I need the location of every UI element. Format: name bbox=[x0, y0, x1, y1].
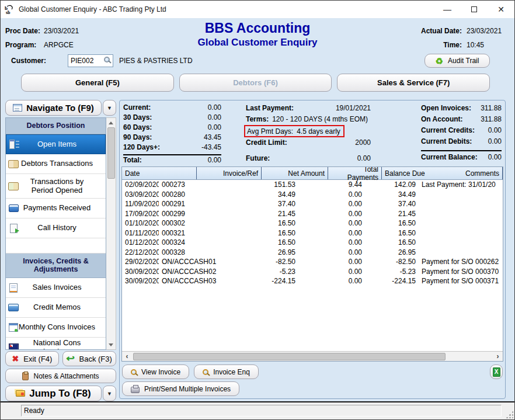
table-row[interactable]: 01/12/2020 000324 16.50 0.00 16.50 bbox=[122, 238, 503, 248]
column-header[interactable]: Net Amount bbox=[262, 167, 328, 179]
call-history-icon bbox=[8, 223, 19, 234]
table-row[interactable]: 03/09/2020 000280 34.49 0.00 34.49 bbox=[122, 190, 503, 200]
exit-button[interactable]: ✖ Exit (F4) bbox=[5, 351, 59, 366]
payments-icon bbox=[8, 203, 19, 214]
audit-trail-button[interactable]: ♻ Audit Trail bbox=[424, 54, 490, 68]
table-row[interactable]: 11/09/2020 000291 37.40 0.00 37.40 bbox=[122, 199, 503, 209]
sidebar-item[interactable]: Debtors Position bbox=[6, 118, 106, 134]
customer-label: Customer: bbox=[11, 57, 68, 65]
sidebar-item[interactable]: Transactions by Period Opened bbox=[6, 174, 106, 199]
actual-date-label: Actual Date: bbox=[421, 27, 462, 35]
column-header[interactable]: Date bbox=[122, 167, 197, 179]
column-header[interactable]: Comments bbox=[462, 167, 503, 179]
sidebar-item[interactable]: National Cons Invoices bbox=[6, 338, 106, 350]
horizontal-scrollbar[interactable]: ‹ › bbox=[122, 351, 503, 361]
search-icon[interactable] bbox=[104, 57, 110, 63]
main-panel: Current: 0.00 30 Days: 0.00 60 Days: 0.0… bbox=[119, 100, 506, 399]
svg-text:sb: sb bbox=[6, 10, 11, 15]
close-button[interactable]: ✕ bbox=[488, 1, 514, 18]
audit-trail-label: Audit Trail bbox=[448, 57, 479, 65]
view-invoice-button[interactable]: View Invoice bbox=[122, 365, 189, 379]
excel-export-button[interactable]: X bbox=[490, 365, 503, 379]
aging-row: 60 Days: 0.00 bbox=[123, 123, 221, 133]
tab-button[interactable]: Debtors (F6) bbox=[179, 74, 332, 92]
table-row[interactable]: 01/10/2020 000302 16.50 0.00 16.50 bbox=[122, 218, 503, 228]
jump-dropdown-button[interactable]: ▼ bbox=[103, 386, 116, 401]
table-row[interactable]: 29/02/2020 ON/ACCCASH01 -82.50 0.00 -82.… bbox=[122, 257, 503, 267]
open-items-table: Date Invoice/Ref Net Amount Total Paymen… bbox=[121, 166, 503, 362]
aging-row: 30 Days: 0.00 bbox=[123, 113, 221, 123]
print-send-button[interactable]: Print/Send Multiple Invoices bbox=[122, 381, 239, 396]
customer-name: PIES & PASTRIES LTD bbox=[119, 57, 193, 65]
status-text: Ready bbox=[21, 405, 502, 416]
avg-pmt-days-highlight: Avg Pmt Days: 4.5 days early bbox=[244, 125, 345, 137]
sidebar-item[interactable]: Call History bbox=[6, 218, 106, 238]
aging-total-row: Total: 0.00 bbox=[123, 154, 221, 164]
column-header[interactable]: Total Payments bbox=[328, 167, 382, 179]
table-row[interactable]: 30/09/2020 ON/ACCCASH03 -224.15 0.00 -22… bbox=[122, 276, 503, 286]
printer-icon bbox=[131, 387, 140, 393]
sidebar-item[interactable]: Sales Invoices bbox=[6, 278, 106, 298]
header: Proc Date: 23/03/2021 Program: ARPGCE BB… bbox=[1, 18, 514, 71]
maximize-button[interactable] bbox=[461, 1, 488, 18]
scrollbar-thumb[interactable] bbox=[107, 127, 115, 179]
aging-row: Current: 0.00 bbox=[123, 103, 221, 113]
scroll-right-icon[interactable]: › bbox=[493, 352, 503, 361]
current-balance-row: Current Balance: 0.00 bbox=[421, 150, 502, 161]
last-payment-row: Last Payment: 19/01/2021 bbox=[246, 103, 396, 114]
sidebar-item[interactable]: Open Items bbox=[6, 134, 106, 154]
form-icon bbox=[13, 104, 22, 112]
sidebar-item[interactable]: Monthly Cons Invoices bbox=[6, 318, 106, 338]
scroll-left-icon[interactable]: ‹ bbox=[122, 352, 132, 361]
folder-icon bbox=[16, 390, 25, 397]
sidebar-item[interactable]: Credit Memos bbox=[6, 298, 106, 318]
sidebar-item[interactable] bbox=[6, 238, 106, 254]
navigate-to-label: Navigate To (F9) bbox=[26, 103, 94, 113]
balance-row: On Account: 311.88 bbox=[421, 114, 502, 125]
table-row[interactable]: 02/09/2020 000273 151.53 9.44 142.09 Las… bbox=[122, 180, 503, 190]
sidebar-item[interactable]: Invoices, Credits & Adjustments bbox=[6, 254, 106, 278]
hscrollbar-thumb[interactable] bbox=[133, 353, 446, 360]
scroll-down-icon[interactable] bbox=[107, 340, 116, 349]
back-button[interactable]: ↩ Back (F3) bbox=[62, 351, 116, 366]
exit-x-icon: ✖ bbox=[12, 355, 19, 363]
balance-row: Open Invoices: 311.88 bbox=[421, 103, 502, 114]
balance-row: Current Debits: 0.00 bbox=[421, 136, 502, 147]
navigate-to-button[interactable]: Navigate To (F9) bbox=[5, 100, 102, 116]
app-window: b sb Global Customer Enquiry - ABC Tradi… bbox=[0, 0, 515, 420]
navigation-list: Debtors Position Open Items Debtors Tran… bbox=[5, 117, 106, 350]
resize-grip[interactable] bbox=[506, 411, 513, 418]
terms-row: Terms: 120 - 120 DAYS (4 mths EOM) bbox=[246, 114, 396, 125]
invoice-enq-button[interactable]: Invoice Enq bbox=[194, 365, 259, 379]
back-arrow-icon: ↩ bbox=[66, 354, 75, 363]
tab-button[interactable]: Sales & Service (F7) bbox=[337, 74, 490, 92]
table-row[interactable]: 01/11/2020 000321 16.50 0.00 16.50 bbox=[122, 228, 503, 238]
app-icon: b sb bbox=[5, 5, 15, 15]
minimize-button[interactable]: — bbox=[434, 1, 461, 18]
actual-date-value: 23/03/2021 bbox=[467, 27, 503, 35]
table-row[interactable]: 22/12/2020 000328 26.95 0.00 26.95 bbox=[122, 248, 503, 258]
navigate-dropdown-button[interactable]: ▼ bbox=[103, 100, 116, 116]
sidebar-scrollbar[interactable] bbox=[106, 117, 116, 350]
notes-attachments-button[interactable]: Notes & Attachments bbox=[5, 369, 116, 383]
credit-memos-icon bbox=[8, 303, 19, 313]
tab-button[interactable]: General (F5) bbox=[21, 74, 174, 92]
table-row[interactable]: 30/09/2020 ON/ACCCASH02 -5.23 0.00 -5.23… bbox=[122, 267, 503, 277]
column-header[interactable]: Invoice/Ref bbox=[197, 167, 262, 179]
future-row: Future: 0.00 bbox=[246, 153, 396, 164]
monthly-cons-icon bbox=[8, 322, 19, 333]
aging-row: 120 Days+: -43.45 bbox=[123, 143, 221, 152]
credit-limit-row: Credit Limit: 2000 bbox=[246, 137, 396, 148]
table-row[interactable]: 17/09/2020 000299 21.45 0.00 21.45 bbox=[122, 209, 503, 219]
sidebar-item[interactable]: Payments Received bbox=[6, 199, 106, 218]
titlebar: b sb Global Customer Enquiry - ABC Tradi… bbox=[1, 1, 514, 18]
book-icon bbox=[8, 159, 19, 169]
jump-to-button[interactable]: Jump To (F8) bbox=[5, 386, 102, 401]
sidebar-item[interactable]: Debtors Transactions bbox=[6, 154, 106, 174]
tab-bar: General (F5) Debtors (F6) Sales & Servic… bbox=[21, 74, 490, 92]
column-header[interactable]: Balance Due bbox=[382, 167, 462, 179]
aging-row: 90 Days: 43.45 bbox=[123, 133, 221, 143]
balance-row: Current Credits: 0.00 bbox=[421, 125, 502, 136]
scroll-up-icon[interactable] bbox=[107, 118, 116, 127]
sales-invoices-icon bbox=[8, 283, 19, 293]
